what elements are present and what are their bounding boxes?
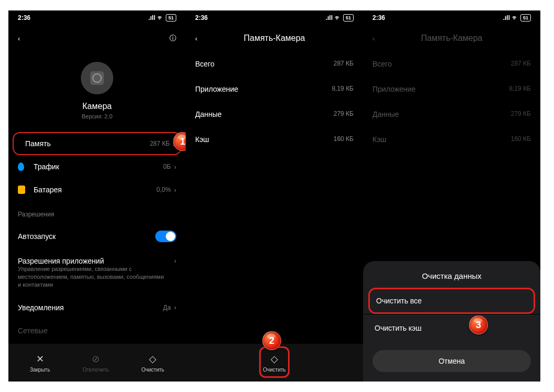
row-data: Данные 279 КБ xyxy=(186,102,363,127)
data-label: Данные xyxy=(372,110,399,118)
status-icons: .ıll ᯤ 51 xyxy=(148,14,176,21)
app-value: 8,19 КБ xyxy=(332,85,354,93)
status-bar: 2:36 .ıll ᯤ 51 xyxy=(363,10,540,25)
chevron-right-icon: › xyxy=(174,303,176,311)
permissions-section: Разрешения xyxy=(8,201,186,223)
app-name: Камера xyxy=(8,102,186,111)
row-memory[interactable]: Память 287 КБ › 1 xyxy=(13,132,182,155)
back-icon[interactable]: ‹ xyxy=(195,35,207,42)
row-autostart: Автозапуск xyxy=(8,223,186,249)
wifi-icon: ᯤ xyxy=(512,14,518,21)
traffic-value: 0Б xyxy=(163,163,171,170)
row-battery[interactable]: Батарея 0,0% › xyxy=(8,178,186,201)
cache-value: 160 КБ xyxy=(511,135,531,144)
row-notifications[interactable]: Уведомления Да › xyxy=(8,296,186,319)
wifi-icon: ᯤ xyxy=(335,14,341,21)
phone-screen-2: 2:36 .ıll ᯤ 51 ‹ Память-Камера Всего 287… xyxy=(186,10,363,382)
sheet-title: Очистка данных xyxy=(363,271,540,280)
disable-icon: ⊘ xyxy=(90,353,101,365)
clear-label: Очистить xyxy=(142,367,165,373)
phone-screen-3: 2:36 .ıll ᯤ 51 ‹ Память-Камера Всего 287… xyxy=(363,10,540,382)
app-label: Приложение xyxy=(195,85,238,93)
status-time: 2:36 xyxy=(372,14,385,21)
status-icons: .ıll ᯤ 51 xyxy=(326,14,354,21)
battery-value: 0,0% xyxy=(156,186,171,193)
battery-row-icon xyxy=(18,186,34,194)
traffic-label: Трафик xyxy=(34,162,163,171)
signal-icon: .ıll xyxy=(326,14,333,21)
battery-icon: 51 xyxy=(343,14,354,21)
app-value: 8,19 КБ xyxy=(509,85,531,93)
row-app: Приложение 8,19 КБ xyxy=(363,77,540,102)
step-badge-2: 2 xyxy=(262,331,281,350)
app-perms-label: Разрешения приложений xyxy=(18,257,174,265)
data-label: Данные xyxy=(195,110,222,118)
page-title: Память-Камера xyxy=(363,34,540,43)
data-value: 279 КБ xyxy=(511,110,531,118)
signal-icon: .ıll xyxy=(148,14,155,21)
status-bar: 2:36 .ıll ᯤ 51 xyxy=(8,10,186,25)
header: ‹ Память-Камера xyxy=(186,25,363,51)
header: ‹ Память-Камера xyxy=(363,25,540,51)
total-value: 287 КБ xyxy=(334,60,354,68)
phone-screen-1: 2:36 .ıll ᯤ 51 ‹ ⓘ Камера Версия: 2.0 Па… xyxy=(8,10,186,382)
status-time: 2:36 xyxy=(18,14,30,21)
row-network[interactable]: Сетевые xyxy=(8,319,186,337)
battery-label: Батарея xyxy=(34,186,156,194)
close-button[interactable]: ✕ Закрыть xyxy=(30,353,50,373)
battery-icon: 51 xyxy=(520,14,531,21)
camera-icon xyxy=(90,71,104,85)
memory-value: 287 КБ xyxy=(150,140,169,147)
cache-label: Кэш xyxy=(372,135,387,144)
cache-value: 160 КБ xyxy=(334,135,354,144)
notif-value: Да xyxy=(163,304,171,311)
clear-all-label: Очистить все xyxy=(376,297,422,305)
clear-button[interactable]: ◇ Очистить xyxy=(142,353,165,373)
chevron-right-icon: › xyxy=(174,186,176,194)
data-value: 279 КБ xyxy=(334,110,354,118)
clear-icon: ◇ xyxy=(147,353,158,365)
page-title: Память-Камера xyxy=(186,34,363,43)
cache-label: Кэш xyxy=(195,135,209,144)
app-icon xyxy=(81,62,113,94)
disable-button: ⊘ Отключить xyxy=(82,353,109,373)
step-badge-3: 3 xyxy=(469,315,488,334)
total-value: 287 КБ xyxy=(511,60,531,68)
battery-icon: 51 xyxy=(166,14,176,21)
chevron-right-icon: › xyxy=(174,257,176,265)
wifi-icon: ᯤ xyxy=(157,14,164,21)
signal-icon: .ıll xyxy=(503,14,510,21)
status-icons: .ıll ᯤ 51 xyxy=(503,14,531,21)
chevron-right-icon: › xyxy=(174,163,176,171)
app-version: Версия: 2.0 xyxy=(8,113,186,119)
cancel-button[interactable]: Отмена xyxy=(372,350,531,372)
close-icon: ✕ xyxy=(34,353,46,365)
back-icon[interactable]: ‹ xyxy=(18,35,29,42)
row-data: Данные 279 КБ xyxy=(363,102,540,127)
network-label: Сетевые xyxy=(18,326,176,335)
back-icon[interactable]: ‹ xyxy=(372,35,384,42)
row-total: Всего 287 КБ xyxy=(363,51,540,77)
app-info: Камера Версия: 2.0 xyxy=(8,51,186,132)
highlight-clear xyxy=(259,346,290,378)
row-cache: Кэш 160 КБ xyxy=(363,127,540,152)
status-time: 2:36 xyxy=(195,14,208,21)
total-label: Всего xyxy=(195,60,215,68)
disable-label: Отключить xyxy=(82,367,109,373)
clear-all-button[interactable]: Очистить все xyxy=(368,288,535,314)
header: ‹ ⓘ xyxy=(8,25,186,51)
row-app-permissions[interactable]: Разрешения приложений Управление разреше… xyxy=(8,249,186,296)
app-label: Приложение xyxy=(372,85,416,93)
bottom-bar: ✕ Закрыть ⊘ Отключить ◇ Очистить xyxy=(8,344,186,382)
clear-cache-label: Очистить кэш xyxy=(375,324,422,332)
row-traffic[interactable]: Трафик 0Б › xyxy=(8,155,186,178)
clear-cache-button[interactable]: Очистить кэш 3 xyxy=(363,314,540,342)
memory-label: Память xyxy=(25,139,150,148)
autostart-label: Автозапуск xyxy=(18,232,155,241)
notif-label: Уведомления xyxy=(18,303,163,312)
row-total: Всего 287 КБ xyxy=(186,51,363,77)
autostart-toggle[interactable] xyxy=(155,231,176,242)
row-app: Приложение 8,19 КБ xyxy=(186,77,363,102)
info-icon[interactable]: ⓘ xyxy=(169,34,176,43)
status-bar: 2:36 .ıll ᯤ 51 xyxy=(186,10,363,25)
